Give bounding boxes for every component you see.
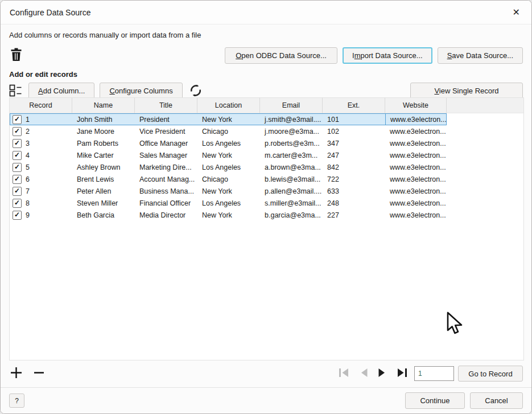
record-number-input[interactable] xyxy=(414,366,454,381)
cell-title[interactable]: Account Manag... xyxy=(135,173,197,185)
cell-name[interactable]: Steven Miller xyxy=(72,197,135,209)
table-row[interactable]: ✓5 Ashley Brown Marketing Dire... Los An… xyxy=(10,161,523,173)
cell-email[interactable]: b.garcia@e3ma... xyxy=(260,209,323,221)
row-checkbox[interactable]: ✓ xyxy=(13,163,22,172)
cell-ext[interactable]: 102 xyxy=(323,125,385,137)
last-record-button[interactable] xyxy=(395,367,409,380)
table-row[interactable]: ✓3 Pam Roberts Office Manager Los Angele… xyxy=(10,137,523,149)
table-row[interactable]: ✓7 Peter Allen Business Mana... New York… xyxy=(10,185,523,197)
cell-location[interactable]: Chicago xyxy=(197,173,260,185)
save-data-source-button[interactable]: Save Data Source... xyxy=(438,47,523,64)
delete-records-button[interactable] xyxy=(9,47,23,64)
refresh-icon[interactable] xyxy=(189,84,202,97)
remove-record-button[interactable] xyxy=(32,366,46,382)
cell-email[interactable]: a.brown@e3ma... xyxy=(260,161,323,173)
cell-website[interactable]: www.e3electron... xyxy=(385,197,447,209)
cell-title[interactable]: Media Director xyxy=(135,209,197,221)
column-header-title[interactable]: Title xyxy=(135,98,197,113)
cell-title[interactable]: Office Manager xyxy=(135,137,197,149)
cell-name[interactable]: Brent Lewis xyxy=(72,173,135,185)
cancel-button[interactable]: Cancel xyxy=(470,392,523,409)
row-checkbox[interactable]: ✓ xyxy=(13,187,22,196)
cell-record[interactable]: ✓8 xyxy=(10,197,72,209)
cell-name[interactable]: Beth Garcia xyxy=(72,209,135,221)
cell-location[interactable]: New York xyxy=(197,113,260,125)
cell-record[interactable]: ✓1 xyxy=(10,113,72,125)
column-header-record[interactable]: Record xyxy=(10,98,72,113)
cell-name[interactable]: Pam Roberts xyxy=(72,137,135,149)
cell-location[interactable]: New York xyxy=(197,209,260,221)
cell-title[interactable]: Business Mana... xyxy=(135,185,197,197)
row-checkbox[interactable]: ✓ xyxy=(13,151,22,160)
cell-email[interactable]: p.roberts@e3m... xyxy=(260,137,323,149)
table-row[interactable]: ✓2 Jane Moore Vice President Chicago j.m… xyxy=(10,125,523,137)
close-button[interactable]: ✕ xyxy=(509,6,523,19)
cell-title[interactable]: President xyxy=(135,113,197,125)
cell-website[interactable]: www.e3electron... xyxy=(385,185,447,197)
row-checkbox[interactable]: ✓ xyxy=(13,211,22,220)
cell-record[interactable]: ✓6 xyxy=(10,173,72,185)
configure-columns-button[interactable]: Configure Columns xyxy=(100,83,182,99)
table-row[interactable]: ✓1 John Smith President New York j.smith… xyxy=(10,113,523,125)
cell-name[interactable]: Ashley Brown xyxy=(72,161,135,173)
cell-title[interactable]: Sales Manager xyxy=(135,149,197,161)
cell-record[interactable]: ✓5 xyxy=(10,161,72,173)
cell-title[interactable]: Marketing Dire... xyxy=(135,161,197,173)
add-column-button[interactable]: Add Column... xyxy=(28,83,94,99)
cell-ext[interactable]: 248 xyxy=(323,197,385,209)
continue-button[interactable]: Continue xyxy=(405,392,465,409)
cell-email[interactable]: m.carter@e3m... xyxy=(260,149,323,161)
first-record-button[interactable] xyxy=(337,367,350,380)
cell-record[interactable]: ✓7 xyxy=(10,185,72,197)
next-record-button[interactable] xyxy=(377,367,388,380)
cell-email[interactable]: j.smith@e3mail.... xyxy=(260,113,323,125)
cell-record[interactable]: ✓2 xyxy=(10,125,72,137)
cell-record[interactable]: ✓9 xyxy=(10,209,72,221)
cell-name[interactable]: Mike Carter xyxy=(72,149,135,161)
cell-ext[interactable]: 633 xyxy=(323,185,385,197)
cell-name[interactable]: Jane Moore xyxy=(72,125,135,137)
cell-name[interactable]: John Smith xyxy=(72,113,135,125)
previous-record-button[interactable] xyxy=(358,367,369,380)
cell-record[interactable]: ✓4 xyxy=(10,149,72,161)
cell-website[interactable]: www.e3electron... xyxy=(385,209,447,221)
column-header-ext[interactable]: Ext. xyxy=(323,98,385,113)
cell-email[interactable]: b.lewis@e3mail... xyxy=(260,173,323,185)
cell-website[interactable]: www.e3electron... xyxy=(385,173,447,185)
import-data-source-button[interactable]: Import Data Source... xyxy=(343,47,432,64)
column-header-location[interactable]: Location xyxy=(197,98,260,113)
cell-ext[interactable]: 347 xyxy=(323,137,385,149)
cell-website[interactable]: www.e3electron... xyxy=(385,161,447,173)
row-checkbox[interactable]: ✓ xyxy=(13,199,22,208)
row-checkbox[interactable]: ✓ xyxy=(13,127,22,136)
cell-ext[interactable]: 227 xyxy=(323,209,385,221)
table-row[interactable]: ✓8 Steven Miller Financial Officer Los A… xyxy=(10,197,523,209)
row-checkbox[interactable]: ✓ xyxy=(13,139,22,148)
cell-record[interactable]: ✓3 xyxy=(10,137,72,149)
help-button[interactable]: ? xyxy=(9,393,24,408)
table-row[interactable]: ✓4 Mike Carter Sales Manager New York m.… xyxy=(10,149,523,161)
view-single-record-button[interactable]: View Single Record xyxy=(410,83,523,99)
column-header-name[interactable]: Name xyxy=(72,98,135,113)
column-header-website[interactable]: Website xyxy=(385,98,447,113)
table-row[interactable]: ✓6 Brent Lewis Account Manag... Chicago … xyxy=(10,173,523,185)
add-record-button[interactable] xyxy=(9,366,23,382)
cell-location[interactable]: Los Angeles xyxy=(197,137,260,149)
cell-location[interactable]: Chicago xyxy=(197,125,260,137)
open-odbc-data-source-button[interactable]: Open ODBC Data Source... xyxy=(225,47,337,64)
cell-title[interactable]: Vice President xyxy=(135,125,197,137)
cell-ext[interactable]: 842 xyxy=(323,161,385,173)
cell-website[interactable]: www.e3electron... xyxy=(385,125,447,137)
cell-location[interactable]: Los Angeles xyxy=(197,197,260,209)
table-row[interactable]: ✓9 Beth Garcia Media Director New York b… xyxy=(10,209,523,221)
row-checkbox[interactable]: ✓ xyxy=(13,115,22,124)
cell-location[interactable]: New York xyxy=(197,185,260,197)
cell-website[interactable]: www.e3electron... xyxy=(385,113,447,125)
cell-location[interactable]: New York xyxy=(197,149,260,161)
cell-ext[interactable]: 722 xyxy=(323,173,385,185)
column-header-email[interactable]: Email xyxy=(260,98,323,113)
cell-location[interactable]: Los Angeles xyxy=(197,161,260,173)
cell-ext[interactable]: 101 xyxy=(323,113,385,125)
cell-website[interactable]: www.e3electron... xyxy=(385,137,447,149)
cell-email[interactable]: p.allen@e3mail.... xyxy=(260,185,323,197)
